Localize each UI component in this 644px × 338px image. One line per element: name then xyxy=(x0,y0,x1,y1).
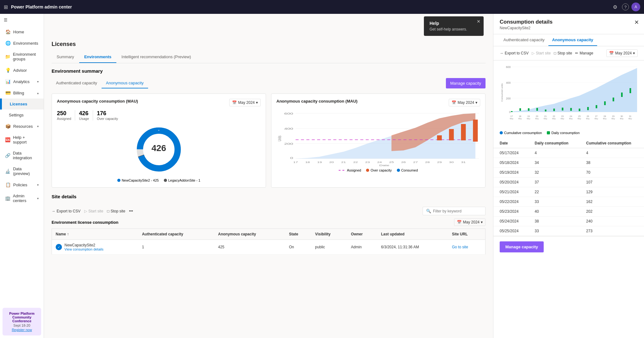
tab-intelligent-rec[interactable]: Intelligent recommendations (Preview) xyxy=(116,51,196,63)
cap-tab-anon[interactable]: Anonymous capacity xyxy=(102,78,148,88)
view-consumption-link[interactable]: View consumption details xyxy=(64,247,103,251)
svg-rect-35 xyxy=(461,124,466,140)
table-month-label: May 2024 xyxy=(463,220,480,224)
export-csv-button[interactable]: → Export to CSV xyxy=(52,209,80,213)
tab-summary[interactable]: Summary xyxy=(52,51,79,63)
panel-cell-cumulative: 162 xyxy=(580,197,644,207)
stat-usage: 426 Usage xyxy=(79,110,93,121)
sidebar-item-licenses[interactable]: Licenses xyxy=(0,99,44,110)
tab-environments[interactable]: Environments xyxy=(79,51,117,63)
sidebar-item-advisor[interactable]: 💡 Advisor xyxy=(0,65,44,76)
svg-text:31: 31 xyxy=(629,115,631,117)
legend-label-new: NewCapacitySite2 - 425 xyxy=(122,178,159,182)
panel-table-row: 05/18/2024 34 38 xyxy=(493,158,644,168)
more-actions-button[interactable]: ••• xyxy=(129,209,133,213)
stop-site-button[interactable]: □ Stop site xyxy=(107,209,125,213)
sidebar-toggle[interactable]: ☰ xyxy=(0,14,44,26)
panel-footer: Manage capacity xyxy=(493,236,644,257)
table-header: Environment license consumption 📅 May 20… xyxy=(52,218,486,226)
bar-month-selector[interactable]: 📅 May 2024 ▾ xyxy=(449,99,480,106)
site-name-container: NewCapacitySite2 View consumption detail… xyxy=(64,243,103,251)
panel-cell-cumulative: 70 xyxy=(580,168,644,177)
search-input[interactable] xyxy=(433,209,482,213)
svg-rect-56 xyxy=(587,107,589,110)
panel-stop-site-button[interactable]: □ Stop site xyxy=(554,51,572,55)
panel-month-label: May 2024 xyxy=(615,51,632,55)
panel-cell-daily: 37 xyxy=(528,177,580,187)
capacity-tabs: Authenticated capacity Anonymous capacit… xyxy=(52,78,486,88)
panel-cell-date: 05/18/2024 xyxy=(493,158,528,168)
svg-text:May: May xyxy=(544,118,547,120)
stat-over-label: Over capacity xyxy=(97,117,118,121)
legend-label-legacy: LegacyAddonSite - 1 xyxy=(168,178,200,182)
legend-label-assigned: Assigned xyxy=(347,168,361,172)
manage-capacity-button[interactable]: Manage capacity xyxy=(446,78,486,88)
cap-tab-auth[interactable]: Authenticated capacity xyxy=(52,78,102,88)
panel-col-cumulative: Cumulative consumption xyxy=(580,138,644,148)
svg-rect-33 xyxy=(437,135,442,140)
sidebar-item-billing[interactable]: 💳 Billing ▴ xyxy=(0,87,44,99)
topbar-title: Power Platform admin center xyxy=(11,4,72,9)
sidebar-item-settings[interactable]: Settings xyxy=(0,110,44,121)
sidebar-item-data-integration[interactable]: 🔗 Data integration xyxy=(0,148,44,163)
svg-rect-51 xyxy=(545,110,547,111)
svg-rect-34 xyxy=(449,129,454,140)
legend-item-over: Over capacity xyxy=(366,168,391,172)
go-to-site-link[interactable]: Go to site xyxy=(452,245,468,249)
svg-text:200: 200 xyxy=(506,97,511,100)
cell-owner: Admin xyxy=(347,240,377,255)
panel-col-date: Date xyxy=(493,138,528,148)
panel-chevron-down-icon: ▾ xyxy=(633,51,635,55)
panel-tab-anon[interactable]: Anonymous capacity xyxy=(548,34,597,46)
panel-month-selector[interactable]: 📅 May 2024 ▾ xyxy=(606,49,638,57)
panel-table-row: 05/21/2024 22 129 xyxy=(493,187,644,197)
legend-dot-legacy xyxy=(164,179,167,182)
sidebar-item-data-preview[interactable]: 🔬 Data (preview) xyxy=(0,163,44,179)
svg-rect-36 xyxy=(473,120,478,142)
cards-row: Anonymous capacity consumption (MAU) 📅 M… xyxy=(52,93,486,188)
help-icon[interactable]: ? xyxy=(622,3,629,10)
svg-rect-54 xyxy=(570,108,572,111)
panel-legend-cumulative: Cumulative consumption xyxy=(500,131,542,135)
sidebar-item-admin-centers[interactable]: 🏢 Admin centers ▾ xyxy=(0,190,44,206)
help-close-icon[interactable]: ✕ xyxy=(477,19,480,24)
bar-month-label: May 2024 xyxy=(458,100,474,105)
sidebar: ☰ 🏠 Home 🌐 Environments 📁 Environment gr… xyxy=(0,14,44,338)
svg-rect-55 xyxy=(579,109,580,111)
sidebar-item-resources[interactable]: 📦 Resources ▾ xyxy=(0,121,44,132)
svg-rect-50 xyxy=(536,108,538,111)
svg-text:0: 0 xyxy=(290,156,293,160)
svg-rect-47 xyxy=(511,111,513,112)
svg-text:21: 21 xyxy=(544,115,547,117)
sidebar-item-label: Licenses xyxy=(10,102,27,106)
search-icon: 🔍 xyxy=(426,209,431,213)
donut-month-selector[interactable]: 📅 May 2024 ▾ xyxy=(229,99,261,106)
promo-link[interactable]: Register now xyxy=(12,328,32,332)
sidebar-item-environments[interactable]: 🌐 Environments xyxy=(0,37,44,49)
app-grid-icon[interactable]: ⊞ xyxy=(4,4,8,10)
data-preview-icon: 🔬 xyxy=(5,169,10,174)
sidebar-item-help-support[interactable]: 🆘 Help + support xyxy=(0,132,44,148)
site-details-title: Site details xyxy=(52,194,486,199)
panel-tab-auth[interactable]: Authenticated capacity xyxy=(500,34,548,46)
svg-text:17: 17 xyxy=(293,161,298,163)
sidebar-item-label: Environments xyxy=(13,41,38,46)
panel-start-site-button[interactable]: ▷ Start site xyxy=(532,51,551,55)
svg-text:May: May xyxy=(612,118,615,120)
svg-text:0: 0 xyxy=(509,110,511,114)
avatar[interactable]: A xyxy=(631,3,640,11)
resources-icon: 📦 xyxy=(5,124,11,129)
panel-export-csv-button[interactable]: → Export to CSV xyxy=(500,51,529,55)
sidebar-item-home[interactable]: 🏠 Home xyxy=(0,26,44,37)
settings-icon[interactable]: ⚙ xyxy=(611,3,619,11)
panel-manage-capacity-button[interactable]: Manage capacity xyxy=(500,241,544,252)
start-site-button[interactable]: ▷ Start site xyxy=(84,209,103,213)
panel-close-icon[interactable]: ✕ xyxy=(634,19,639,26)
svg-text:May: May xyxy=(527,118,530,120)
sidebar-item-policies[interactable]: 📋 Policies ▾ xyxy=(0,179,44,190)
stat-usage-value: 426 xyxy=(79,110,89,117)
panel-manage-button[interactable]: ✏ Manage xyxy=(575,51,593,55)
sidebar-item-env-groups[interactable]: 📁 Environment groups xyxy=(0,49,44,65)
sidebar-item-analytics[interactable]: 📊 Analytics ▾ xyxy=(0,76,44,87)
table-month-selector[interactable]: 📅 May 2024 ▾ xyxy=(454,218,486,226)
